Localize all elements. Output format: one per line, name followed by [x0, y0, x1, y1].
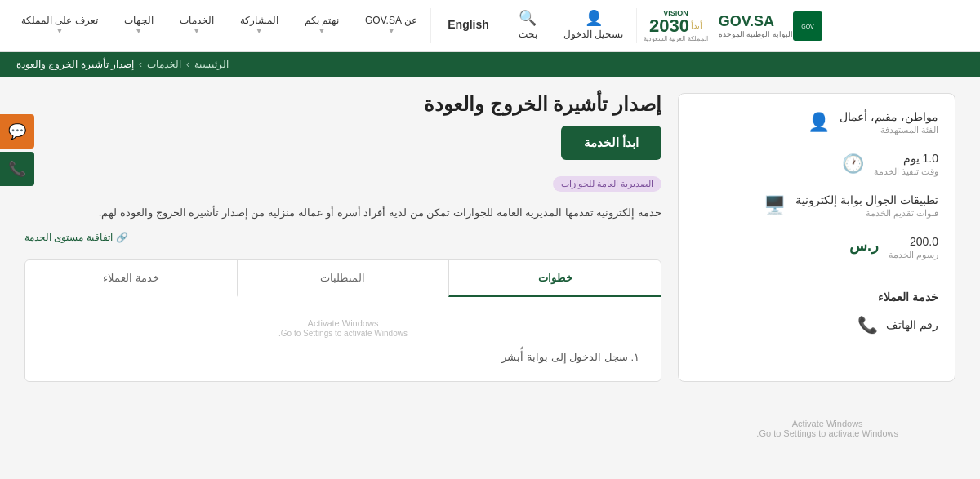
nav-item-care[interactable]: نهتم بكم ▼: [292, 0, 352, 51]
gov-logo[interactable]: GOV GOV.SA البوابة الوطنية الموحدة: [709, 11, 837, 41]
breadcrumb-separator-2: ›: [139, 59, 142, 70]
service-tabs: خطوات المتطلبات خدمة العملاء Activate Wi…: [24, 259, 662, 382]
monitor-icon: 🖥️: [764, 195, 786, 216]
phone-label: رقم الهاتف: [886, 318, 938, 331]
gov-flag-icon: GOV: [793, 11, 822, 41]
english-nav-item[interactable]: English: [431, 0, 506, 51]
channels-text: تطبيقات الجوال بوابة إلكترونية قنوات تقد…: [795, 193, 938, 219]
info-card: مواطن، مقيم، أعمال الفئة المستهدفة 👤 1.0…: [678, 93, 956, 382]
time-value: 1.0 يوم: [874, 152, 938, 165]
channels-label: قنوات تقديم الخدمة: [795, 208, 938, 219]
phone-icon-cs: 📞: [858, 315, 878, 335]
svg-text:GOV: GOV: [801, 24, 814, 29]
tabs-header: خطوات المتطلبات خدمة العملاء: [25, 260, 661, 297]
tab-requirements[interactable]: المتطلبات: [237, 260, 449, 297]
phone-row: رقم الهاتف 📞: [695, 315, 938, 335]
service-description: خدمة إلكترونية تقدمها المديرية العامة لل…: [24, 203, 662, 222]
phone-float-button[interactable]: 📞: [0, 152, 34, 186]
channels-value: تطبيقات الجوال بوابة إلكترونية: [795, 193, 938, 206]
target-audience-value: مواطن، مقيم، أعمال: [840, 110, 938, 123]
chevron-down-icon: ▼: [193, 27, 200, 35]
activate-windows-hint: Activate Windows Go to Settings to activ…: [38, 310, 648, 346]
person-icon: 👤: [808, 112, 830, 133]
login-nav-item[interactable]: 👤 تسجيل الدخول: [550, 0, 636, 51]
vision-logo: VISION أبدأ 2030 المملكة العربية السعودي…: [644, 9, 707, 42]
tab-customer-service[interactable]: خدمة العملاء: [25, 260, 237, 297]
nav-item-entities[interactable]: الجهات ▼: [111, 0, 167, 51]
breadcrumb: الرئيسية › الخدمات › إصدار تأشيرة الخروج…: [0, 52, 980, 77]
chevron-down-icon: ▼: [56, 27, 63, 35]
breadcrumb-current: إصدار تأشيرة الخروج والعودة: [16, 59, 134, 70]
time-label: وقت تنفيذ الخدمة: [874, 166, 938, 177]
chevron-down-icon: ▼: [256, 27, 263, 35]
start-service-button[interactable]: ابدأ الخدمة: [561, 126, 662, 160]
page-content: مواطن، مقيم، أعمال الفئة المستهدفة 👤 1.0…: [0, 77, 980, 398]
service-title: إصدار تأشيرة الخروج والعودة: [24, 93, 662, 116]
channels-row: تطبيقات الجوال بوابة إلكترونية قنوات تقد…: [695, 193, 938, 219]
execution-time-text: 1.0 يوم وقت تنفيذ الخدمة: [874, 152, 938, 177]
tab-steps[interactable]: خطوات: [448, 260, 661, 297]
logo-area: GOV GOV.SA البوابة الوطنية الموحدة VISIO…: [637, 0, 836, 51]
nav-divider-2: [636, 8, 637, 43]
fee-label: رسوم الخدمة: [889, 250, 938, 260]
clock-icon: 🕐: [842, 153, 864, 175]
breadcrumb-services[interactable]: الخدمات: [147, 59, 181, 70]
service-tag: الصديرية العامة للجوازات: [553, 176, 662, 192]
step-1: ١. سجل الدخول إلى بوابة أُبشر: [38, 346, 648, 368]
top-navigation: GOV GOV.SA البوابة الوطنية الموحدة VISIO…: [0, 0, 980, 52]
fee-value: 200.0: [889, 235, 938, 248]
user-icon: 👤: [585, 9, 603, 27]
breadcrumb-separator: ›: [186, 59, 189, 70]
external-link-icon: 🔗: [116, 232, 128, 243]
nav-item-about-gov[interactable]: عن GOV.SA ▼: [352, 0, 430, 51]
nav-item-services[interactable]: الخدمات ▼: [167, 0, 227, 51]
chevron-down-icon: ▼: [135, 27, 142, 35]
target-audience-label: الفئة المستهدفة: [840, 125, 938, 135]
breadcrumb-home[interactable]: الرئيسية: [194, 59, 229, 70]
phone-icon: 📞: [8, 160, 26, 178]
target-audience-row: مواطن، مقيم، أعمال الفئة المستهدفة 👤: [695, 110, 938, 135]
chat-float-button[interactable]: 💬: [0, 114, 34, 149]
fee-row: 200.0 رسوم الخدمة ر.س: [695, 235, 938, 260]
search-icon: 🔍: [519, 9, 537, 27]
chevron-down-icon: ▼: [388, 27, 395, 35]
service-detail: إصدار تأشيرة الخروج والعودة ابدأ الخدمة …: [24, 93, 662, 382]
customer-service-title: خدمة العملاء: [695, 291, 938, 304]
fee-text: 200.0 رسوم الخدمة: [889, 235, 938, 260]
info-divider: [695, 277, 938, 277]
year-box: أبدأ 2030: [649, 17, 702, 35]
chat-icon: 💬: [8, 122, 26, 140]
target-audience-text: مواطن، مقيم، أعمال الفئة المستهدفة: [840, 110, 938, 135]
nav-item-participation[interactable]: المشاركة ▼: [227, 0, 292, 51]
service-level-agreement-link[interactable]: 🔗 اتفاقية مستوى الخدمة: [24, 232, 662, 243]
execution-time-row: 1.0 يوم وقت تنفيذ الخدمة 🕐: [695, 152, 938, 177]
phone-text: رقم الهاتف: [886, 318, 938, 331]
gov-text: GOV.SA البوابة الوطنية الموحدة: [719, 13, 793, 38]
nav-item-about-kingdom[interactable]: تعرف على المملكة ▼: [8, 0, 111, 51]
chevron-down-icon: ▼: [318, 27, 325, 35]
currency-icon: ر.س: [849, 237, 879, 255]
side-float-buttons: 💬 📞: [0, 114, 34, 186]
tab-content-steps: Activate Windows Go to Settings to activ…: [25, 297, 661, 381]
search-nav-item[interactable]: 🔍 بحث: [506, 0, 550, 51]
